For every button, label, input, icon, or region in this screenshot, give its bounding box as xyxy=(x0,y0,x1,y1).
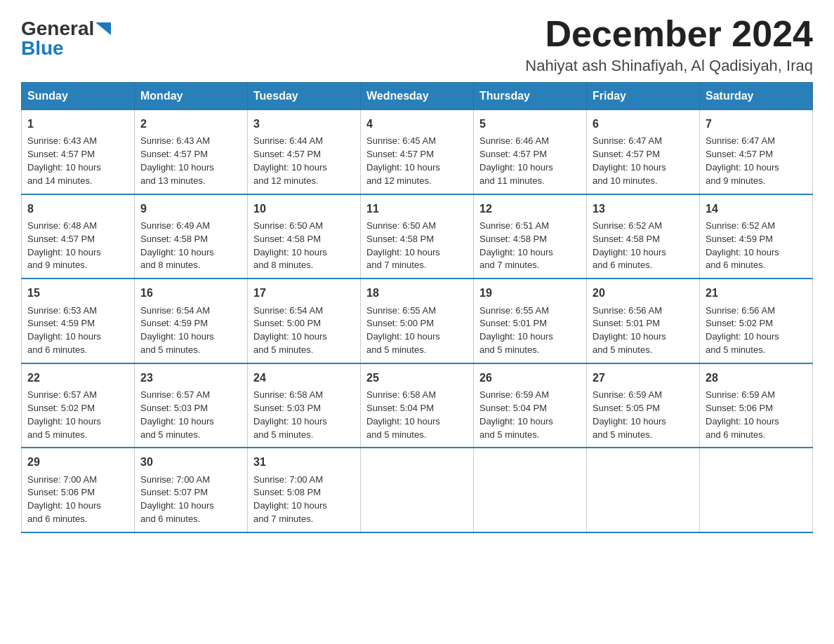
daylight-label: Daylight: 10 hours xyxy=(253,331,327,342)
sunrise-label: Sunrise: 6:51 AM xyxy=(479,220,549,231)
day-number: 15 xyxy=(27,285,128,301)
sunset-label: Sunset: 5:02 PM xyxy=(27,403,95,413)
sunset-label: Sunset: 4:58 PM xyxy=(140,234,208,244)
daylight-label: Daylight: 10 hours xyxy=(366,416,440,427)
svg-marker-0 xyxy=(95,22,111,35)
page-header: General Blue December 2024 Nahiyat ash S… xyxy=(21,14,813,75)
day-number: 14 xyxy=(706,201,807,217)
daylight-label: Daylight: 10 hours xyxy=(479,416,553,427)
cell-w4-d0: 22 Sunrise: 6:57 AM Sunset: 5:02 PM Dayl… xyxy=(22,363,135,448)
sunset-label: Sunset: 5:08 PM xyxy=(253,487,321,497)
sunrise-label: Sunrise: 6:55 AM xyxy=(366,305,436,316)
sunrise-label: Sunrise: 6:50 AM xyxy=(366,220,436,231)
col-saturday: Saturday xyxy=(700,83,813,110)
sunrise-label: Sunrise: 6:57 AM xyxy=(27,389,97,400)
daylight-label: Daylight: 10 hours xyxy=(253,162,327,173)
title-section: December 2024 Nahiyat ash Shinafiyah, Al… xyxy=(525,14,813,75)
cell-w4-d1: 23 Sunrise: 6:57 AM Sunset: 5:03 PM Dayl… xyxy=(135,363,248,448)
daylight-label: Daylight: 10 hours xyxy=(593,416,666,427)
sunrise-label: Sunrise: 6:45 AM xyxy=(366,135,436,146)
daylight-label: Daylight: 10 hours xyxy=(140,416,214,427)
sunset-label: Sunset: 4:57 PM xyxy=(706,149,773,159)
sunrise-label: Sunrise: 6:57 AM xyxy=(140,389,210,400)
cell-w2-d1: 9 Sunrise: 6:49 AM Sunset: 4:58 PM Dayli… xyxy=(135,194,248,279)
week-row-3: 15 Sunrise: 6:53 AM Sunset: 4:59 PM Dayl… xyxy=(22,279,813,363)
day-number: 17 xyxy=(253,285,355,301)
day-number: 25 xyxy=(366,370,468,386)
cell-w5-d2: 31 Sunrise: 7:00 AM Sunset: 5:08 PM Dayl… xyxy=(248,448,361,532)
day-number: 13 xyxy=(593,201,694,217)
sunset-label: Sunset: 5:04 PM xyxy=(479,403,547,413)
sunrise-label: Sunrise: 6:44 AM xyxy=(253,135,323,146)
daylight-label: Daylight: 10 hours xyxy=(253,500,327,511)
daylight-label: Daylight: 10 hours xyxy=(27,416,101,427)
col-monday: Monday xyxy=(135,83,248,110)
day-number: 12 xyxy=(479,201,581,217)
cell-w4-d3: 25 Sunrise: 6:58 AM Sunset: 5:04 PM Dayl… xyxy=(361,363,474,448)
day-number: 2 xyxy=(140,116,241,132)
daylight-minutes: and 5 minutes. xyxy=(253,344,313,355)
cell-w3-d4: 19 Sunrise: 6:55 AM Sunset: 5:01 PM Dayl… xyxy=(474,279,587,363)
sunrise-label: Sunrise: 6:52 AM xyxy=(706,220,775,231)
week-row-2: 8 Sunrise: 6:48 AM Sunset: 4:57 PM Dayli… xyxy=(22,194,813,279)
daylight-minutes: and 5 minutes. xyxy=(366,429,426,440)
daylight-label: Daylight: 10 hours xyxy=(366,247,440,257)
cell-w1-d0: 1 Sunrise: 6:43 AM Sunset: 4:57 PM Dayli… xyxy=(22,110,135,194)
sunrise-label: Sunrise: 6:46 AM xyxy=(479,135,549,146)
daylight-label: Daylight: 10 hours xyxy=(593,331,666,342)
cell-w2-d5: 13 Sunrise: 6:52 AM Sunset: 4:58 PM Dayl… xyxy=(587,194,700,279)
sunrise-label: Sunrise: 6:54 AM xyxy=(253,305,323,316)
sunset-label: Sunset: 5:06 PM xyxy=(706,403,773,413)
sunrise-label: Sunrise: 6:52 AM xyxy=(593,220,662,231)
sunrise-label: Sunrise: 6:56 AM xyxy=(706,305,775,316)
sunrise-label: Sunrise: 6:59 AM xyxy=(479,389,549,400)
daylight-label: Daylight: 10 hours xyxy=(253,416,327,427)
day-number: 10 xyxy=(253,201,355,217)
daylight-minutes: and 7 minutes. xyxy=(366,260,426,270)
daylight-minutes: and 9 minutes. xyxy=(706,175,765,186)
daylight-minutes: and 7 minutes. xyxy=(253,514,313,524)
sunset-label: Sunset: 5:01 PM xyxy=(593,318,660,328)
day-number: 27 xyxy=(593,370,694,386)
day-number: 11 xyxy=(366,201,468,217)
daylight-minutes: and 7 minutes. xyxy=(479,260,539,270)
daylight-minutes: and 13 minutes. xyxy=(140,175,206,186)
cell-w3-d6: 21 Sunrise: 6:56 AM Sunset: 5:02 PM Dayl… xyxy=(700,279,813,363)
cell-w5-d6 xyxy=(700,448,813,532)
logo: General Blue xyxy=(21,18,111,60)
logo-blue: Blue xyxy=(21,37,64,60)
daylight-minutes: and 5 minutes. xyxy=(366,344,426,355)
day-number: 24 xyxy=(253,370,355,386)
sunrise-label: Sunrise: 6:59 AM xyxy=(593,389,662,400)
sunrise-label: Sunrise: 6:59 AM xyxy=(706,389,775,400)
sunrise-label: Sunrise: 6:43 AM xyxy=(27,135,97,146)
sunrise-label: Sunrise: 6:55 AM xyxy=(479,305,549,316)
col-sunday: Sunday xyxy=(22,83,135,110)
daylight-label: Daylight: 10 hours xyxy=(27,162,101,173)
sunset-label: Sunset: 4:57 PM xyxy=(593,149,660,159)
day-number: 23 xyxy=(140,370,241,386)
logo-triangle-icon xyxy=(95,22,111,35)
sunset-label: Sunset: 4:57 PM xyxy=(140,149,208,159)
day-number: 29 xyxy=(27,454,128,470)
sunrise-label: Sunrise: 7:00 AM xyxy=(253,474,323,485)
cell-w1-d4: 5 Sunrise: 6:46 AM Sunset: 4:57 PM Dayli… xyxy=(474,110,587,194)
daylight-label: Daylight: 10 hours xyxy=(706,247,779,257)
daylight-minutes: and 6 minutes. xyxy=(27,344,87,355)
sunset-label: Sunset: 4:57 PM xyxy=(253,149,321,159)
daylight-minutes: and 5 minutes. xyxy=(593,429,652,440)
day-number: 16 xyxy=(140,285,241,301)
daylight-label: Daylight: 10 hours xyxy=(706,162,779,173)
sunset-label: Sunset: 4:59 PM xyxy=(706,234,773,244)
day-number: 9 xyxy=(140,201,241,217)
daylight-label: Daylight: 10 hours xyxy=(479,331,553,342)
col-tuesday: Tuesday xyxy=(248,83,361,110)
day-number: 5 xyxy=(479,116,581,132)
sunset-label: Sunset: 5:03 PM xyxy=(140,403,208,413)
daylight-label: Daylight: 10 hours xyxy=(140,162,214,173)
week-row-5: 29 Sunrise: 7:00 AM Sunset: 5:06 PM Dayl… xyxy=(22,448,813,532)
sunrise-label: Sunrise: 6:47 AM xyxy=(706,135,775,146)
day-number: 21 xyxy=(706,285,807,301)
daylight-minutes: and 14 minutes. xyxy=(27,175,93,186)
daylight-minutes: and 8 minutes. xyxy=(140,260,200,270)
